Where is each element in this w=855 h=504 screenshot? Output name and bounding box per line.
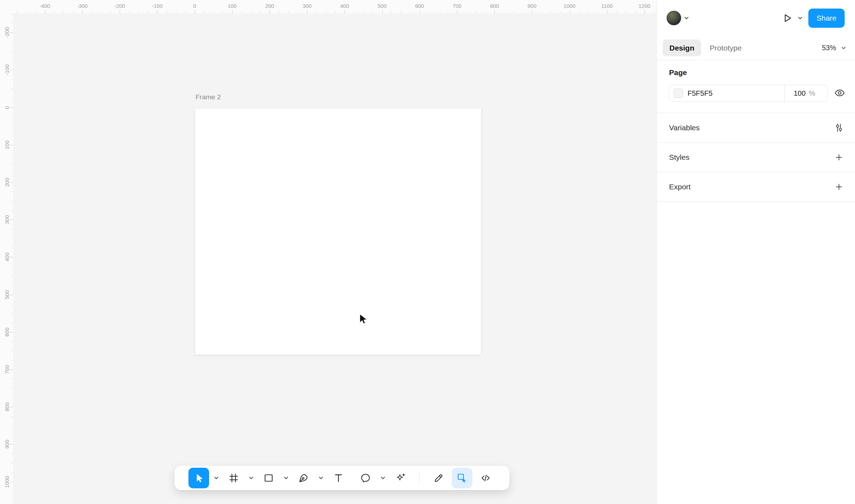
ruler-tick: [11, 276, 13, 276]
ruler-tick: [597, 11, 598, 13]
rectangle-tool-button[interactable]: [258, 468, 279, 488]
ruler-label: 200: [4, 176, 10, 189]
ruler-label: 900: [528, 0, 537, 13]
comment-tool-dropdown[interactable]: [379, 468, 387, 488]
zoom-menu[interactable]: 53%: [822, 44, 846, 52]
ruler-tick: [242, 11, 242, 13]
ruler-label: 800: [490, 0, 499, 13]
ruler-tick: [11, 351, 13, 351]
ruler-tick: [11, 416, 13, 417]
present-button[interactable]: [780, 11, 795, 26]
opacity-unit: %: [809, 89, 815, 98]
add-style-button[interactable]: [832, 151, 846, 164]
ruler-tick: [654, 11, 654, 13]
sparkle-actions-icon: [395, 472, 406, 484]
page-fill-hex-value[interactable]: F5F5F5: [688, 89, 712, 98]
pen-tool-dropdown[interactable]: [317, 468, 325, 488]
ruler-tick: [11, 323, 13, 323]
ruler-tick: [92, 11, 92, 13]
section-export-label: Export: [669, 183, 691, 191]
ruler-tick: [11, 79, 13, 80]
section-export[interactable]: Export: [657, 172, 855, 202]
ruler-label: 1000: [564, 0, 575, 13]
tab-prototype[interactable]: Prototype: [703, 40, 748, 56]
page-section: Page F5F5F5 100 %: [657, 60, 855, 113]
ruler-label: -300: [77, 0, 88, 13]
ruler-tick: [11, 454, 13, 454]
draw-tool-button[interactable]: [428, 468, 449, 488]
frame-tool-button[interactable]: [223, 468, 244, 488]
ruler-tick: [373, 11, 373, 13]
ruler-label: 700: [4, 363, 10, 376]
ruler-tick: [10, 257, 13, 257]
ruler-tick: [63, 11, 64, 13]
present-options-button[interactable]: [798, 17, 802, 20]
ruler-label: -200: [4, 26, 10, 39]
ruler-tick: [223, 11, 223, 13]
pen-tool-button[interactable]: [293, 468, 314, 488]
ruler-tick: [504, 11, 504, 13]
ruler-tick: [26, 11, 26, 13]
frame[interactable]: [195, 109, 481, 355]
ruler-tick: [11, 51, 13, 52]
eye-icon: [834, 88, 845, 99]
ruler-tick: [466, 11, 467, 13]
page-fill-input: F5F5F5 100 %: [669, 85, 828, 102]
ruler-vertical[interactable]: -200-10001002003004005006007008009001000: [0, 0, 13, 504]
section-variables[interactable]: Variables: [657, 113, 855, 143]
rectangle-tool-icon: [263, 472, 274, 484]
move-tool-button[interactable]: [188, 468, 209, 488]
share-button[interactable]: Share: [808, 9, 845, 28]
page-fill-opacity-field[interactable]: 100 %: [784, 85, 828, 101]
canvas[interactable]: Frame 2 -400-300-200-1000100200300400500…: [0, 0, 656, 504]
page-fill-row: F5F5F5 100 %: [669, 85, 846, 102]
dev-mode-button[interactable]: [475, 468, 496, 488]
ruler-tick: [251, 11, 251, 13]
avatar-menu-button[interactable]: [684, 17, 689, 20]
ruler-horizontal[interactable]: -400-300-200-100010020030040050060070080…: [0, 0, 656, 13]
ruler-tick: [11, 210, 13, 211]
ruler-tick: [110, 11, 111, 13]
actions-tool-button[interactable]: [390, 468, 411, 488]
chevron-down-icon: [319, 477, 323, 479]
frame-tool-dropdown[interactable]: [247, 468, 255, 488]
opacity-value[interactable]: 100: [794, 89, 805, 98]
ruler-tick: [10, 407, 13, 407]
ruler-tick: [410, 11, 410, 13]
frame-label[interactable]: Frame 2: [196, 93, 221, 101]
section-styles[interactable]: Styles: [657, 143, 855, 172]
ruler-label: 100: [228, 0, 237, 13]
ruler-tick: [11, 191, 13, 192]
ruler-tick: [626, 11, 626, 13]
ruler-tick: [10, 220, 13, 220]
text-tool-button[interactable]: [328, 468, 349, 488]
open-variables-button[interactable]: [832, 121, 846, 135]
ruler-tick: [10, 182, 13, 183]
ruler-tick: [10, 369, 13, 370]
ruler-tick: [11, 136, 13, 136]
shape-tools-dropdown[interactable]: [282, 468, 290, 488]
avatar[interactable]: [667, 11, 681, 25]
ruler-tick: [560, 11, 560, 13]
ruler-tick: [11, 435, 13, 435]
ruler-tick: [316, 11, 317, 13]
toolbar: [175, 466, 509, 490]
ruler-tick: [279, 11, 279, 13]
page-fill-hex-field[interactable]: F5F5F5: [669, 85, 784, 101]
ruler-label: 400: [4, 251, 10, 264]
section-variables-label: Variables: [669, 124, 700, 132]
inspect-tool-button[interactable]: [452, 468, 472, 488]
ruler-tick: [148, 11, 148, 13]
page-color-swatch[interactable]: [674, 89, 683, 98]
ruler-tick: [11, 341, 13, 342]
move-tool-dropdown[interactable]: [212, 468, 221, 488]
ruler-tick: [11, 42, 13, 42]
page-fill-visibility-button[interactable]: [833, 86, 846, 100]
ruler-label: -100: [4, 63, 10, 77]
ruler-label: 600: [4, 325, 10, 338]
ruler-tick: [11, 426, 13, 426]
comment-tool-button[interactable]: [355, 468, 376, 488]
ruler-tick: [11, 267, 13, 267]
tab-design[interactable]: Design: [663, 40, 701, 56]
add-export-button[interactable]: [832, 180, 846, 194]
